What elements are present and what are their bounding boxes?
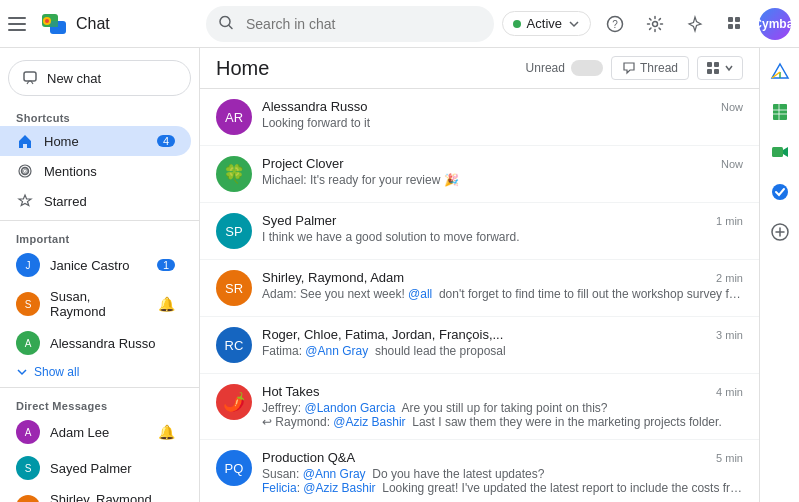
msg-header: Project Clover Now: [262, 156, 743, 171]
message-item[interactable]: 🌶️ Hot Takes 4 min Jeffrey: @Landon Garc…: [200, 374, 759, 440]
msg-header: Syed Palmer 1 min: [262, 213, 743, 228]
thread-icon: [622, 61, 636, 75]
sidebar-item-starred[interactable]: Starred: [0, 186, 191, 216]
msg-avatar: PQ: [216, 450, 252, 486]
sheets-right-icon[interactable]: [764, 96, 796, 128]
divider-2: [0, 387, 199, 388]
right-panel: Home Unread Thread AR: [200, 48, 759, 502]
panel-title: Home: [216, 57, 514, 80]
svg-rect-19: [714, 62, 719, 67]
toolbar-actions: Unread Thread: [526, 56, 743, 80]
mentions-icon: @: [16, 162, 34, 180]
msg-time: Now: [721, 158, 743, 170]
grid-icon: [726, 15, 744, 33]
msg-sender: Hot Takes: [262, 384, 320, 399]
svg-rect-12: [728, 24, 733, 29]
msg-avatar: RC: [216, 327, 252, 363]
tasks-right-icon[interactable]: [764, 176, 796, 208]
sidebar-label-home: Home: [44, 134, 147, 149]
janice-badge: 1: [157, 259, 175, 271]
msg-content: Syed Palmer 1 min I think we have a good…: [262, 213, 743, 244]
sidebar-label-starred: Starred: [44, 194, 175, 209]
svg-rect-2: [50, 21, 58, 27]
avatar[interactable]: Cymbal: [759, 8, 791, 40]
msg-sender: Production Q&A: [262, 450, 355, 465]
view-button[interactable]: [697, 56, 743, 80]
chevron-down-icon-view: [724, 63, 734, 73]
divider-1: [0, 220, 199, 221]
msg-sender: Roger, Chloe, Fatima, Jordan, François,.…: [262, 327, 503, 342]
msg-preview: Looking forward to it: [262, 116, 743, 130]
sidebar-item-sayed[interactable]: S Sayed Palmer: [0, 450, 191, 486]
unread-label: Unread: [526, 61, 565, 75]
status-dot: [513, 20, 521, 28]
msg-avatar: AR: [216, 99, 252, 135]
msg-header: Roger, Chloe, Fatima, Jordan, François,.…: [262, 327, 743, 342]
msg-preview: Michael: It's ready for your review 🎉: [262, 173, 743, 187]
drive-right-icon[interactable]: [764, 56, 796, 88]
avatar-adam: A: [16, 420, 40, 444]
mute-icon-adam: 🔔: [158, 424, 175, 440]
msg-time: 1 min: [716, 215, 743, 227]
sidebar-item-janice[interactable]: J Janice Castro 1: [0, 247, 191, 283]
svg-rect-20: [707, 69, 712, 74]
avatar-susan: S: [16, 292, 40, 316]
app-logo-icon: [40, 10, 68, 38]
meet-right-icon[interactable]: [764, 136, 796, 168]
sidebar-item-alessandra[interactable]: A Alessandra Russo: [0, 325, 191, 361]
avatar-shirley: S: [16, 495, 40, 502]
msg-content: Roger, Chloe, Fatima, Jordan, François,.…: [262, 327, 743, 358]
msg-sender: Shirley, Raymond, Adam: [262, 270, 404, 285]
new-chat-button[interactable]: New chat: [8, 60, 191, 96]
message-item[interactable]: AR Alessandra Russo Now Looking forward …: [200, 89, 759, 146]
msg-preview: Adam: See you next week! @all don't forg…: [262, 287, 743, 301]
panel-toolbar: Home Unread Thread: [200, 48, 759, 89]
home-icon: [16, 132, 34, 150]
help-button[interactable]: ?: [599, 8, 631, 40]
settings-button[interactable]: [639, 8, 671, 40]
sidebar-item-home[interactable]: Home 4: [0, 126, 191, 156]
msg-time: Now: [721, 101, 743, 113]
sidebar-label-sayed: Sayed Palmer: [50, 461, 175, 476]
sparkle-icon: [686, 15, 704, 33]
star-icon: [16, 192, 34, 210]
unread-switch[interactable]: [571, 60, 603, 76]
msg-time: 4 min: [716, 386, 743, 398]
search-input[interactable]: [206, 6, 494, 42]
message-item[interactable]: SP Syed Palmer 1 min I think we have a g…: [200, 203, 759, 260]
hamburger-menu[interactable]: [8, 12, 32, 36]
sidebar-label-alessandra: Alessandra Russo: [50, 336, 175, 351]
msg-sender: Project Clover: [262, 156, 344, 171]
thread-button[interactable]: Thread: [611, 56, 689, 80]
svg-point-9: [653, 21, 658, 26]
show-all-important[interactable]: Show all: [0, 361, 199, 383]
svg-rect-10: [728, 17, 733, 22]
status-badge[interactable]: Active: [502, 11, 591, 36]
message-item[interactable]: SR Shirley, Raymond, Adam 2 min Adam: Se…: [200, 260, 759, 317]
msg-sender: Alessandra Russo: [262, 99, 368, 114]
svg-text:?: ?: [612, 19, 618, 30]
message-item[interactable]: RC Roger, Chloe, Fatima, Jordan, Françoi…: [200, 317, 759, 374]
msg-avatar: SR: [216, 270, 252, 306]
msg-preview-line1: Jeffrey: @Landon Garcia Are you still up…: [262, 401, 743, 415]
sidebar-item-susan[interactable]: S Susan, Raymond 🔔: [0, 283, 191, 325]
msg-avatar: SP: [216, 213, 252, 249]
message-item[interactable]: PQ Production Q&A 5 min Susan: @Ann Gray…: [200, 440, 759, 502]
unread-toggle[interactable]: Unread: [526, 60, 603, 76]
add-right-button[interactable]: [764, 216, 796, 248]
message-item[interactable]: 🍀 Project Clover Now Michael: It's ready…: [200, 146, 759, 203]
grid-view-icon: [706, 61, 720, 75]
svg-rect-21: [714, 69, 719, 74]
msg-header: Shirley, Raymond, Adam 2 min: [262, 270, 743, 285]
msg-header: Production Q&A 5 min: [262, 450, 743, 465]
sidebar-item-shirley[interactable]: S Shirley, Raymond, Adam: [0, 486, 191, 502]
sidebar-label-janice: Janice Castro: [50, 258, 147, 273]
sparkle-button[interactable]: [679, 8, 711, 40]
apps-button[interactable]: [719, 8, 751, 40]
search-bar: [206, 6, 494, 42]
msg-sender: Syed Palmer: [262, 213, 336, 228]
search-icon: [218, 14, 234, 33]
svg-rect-18: [707, 62, 712, 67]
sidebar-item-mentions[interactable]: @ Mentions: [0, 156, 191, 186]
sidebar-item-adam[interactable]: A Adam Lee 🔔: [0, 414, 191, 450]
